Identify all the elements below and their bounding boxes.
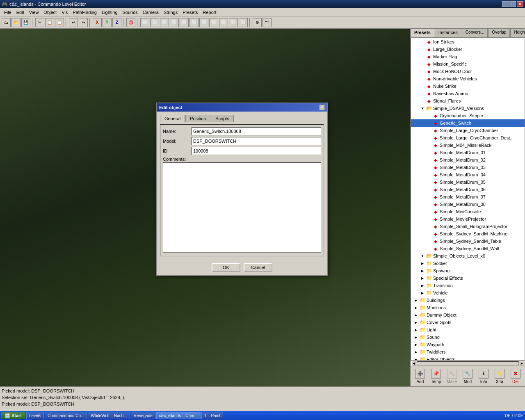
temp-button[interactable]: 📌 Temp bbox=[429, 368, 443, 385]
tb-t6[interactable]: ⬜ bbox=[189, 18, 199, 27]
tree-item[interactable]: ◆Marker Flag bbox=[411, 53, 525, 60]
comments-textarea[interactable] bbox=[163, 162, 321, 253]
close-button[interactable]: ✕ bbox=[517, 1, 523, 7]
tb-t11[interactable]: ⬜ bbox=[239, 18, 248, 27]
make-button[interactable]: 🔨 Make bbox=[445, 368, 459, 385]
tab-heightfield[interactable]: Height... bbox=[510, 29, 525, 37]
tree-item[interactable]: ◆Mission_Specific bbox=[411, 60, 525, 68]
menu-strings[interactable]: Strings bbox=[161, 9, 180, 16]
tab-instances[interactable]: Instances bbox=[435, 29, 461, 37]
menu-lighting[interactable]: Lighting bbox=[99, 9, 120, 16]
tree-item[interactable]: ◆Signal_Flares bbox=[411, 97, 525, 105]
tb-paste[interactable]: 📋 bbox=[55, 18, 64, 27]
tb-cursor[interactable]: T† bbox=[262, 18, 272, 27]
tree-item[interactable]: ▶📁Cover Spots bbox=[411, 319, 525, 326]
tb-new[interactable]: 🗂 bbox=[2, 18, 11, 27]
tree-item[interactable]: ◆Simple_MiniConsole bbox=[411, 208, 525, 215]
tree-item[interactable]: ▶📁Light bbox=[411, 326, 525, 333]
viewport[interactable]: Edit object ✕ General Position Scripts N… bbox=[0, 29, 410, 386]
tb-save[interactable]: 💾 bbox=[21, 18, 30, 27]
tree-item[interactable]: ◆Simple_Small_HologramProjector bbox=[411, 223, 525, 230]
tb-t9[interactable]: ⬜ bbox=[219, 18, 228, 27]
maximize-button[interactable]: □ bbox=[509, 1, 516, 7]
taskbar-cncislands[interactable]: c&c_islands – Com... bbox=[156, 412, 201, 419]
mod-button[interactable]: 🔧 Mod bbox=[460, 368, 475, 385]
tree-scroll-right[interactable]: ► bbox=[520, 361, 524, 366]
tree-item[interactable]: ▶📁Sound bbox=[411, 333, 525, 341]
tree-item[interactable]: ▶📁Buildings bbox=[411, 297, 525, 304]
tree-item[interactable]: ▶📁Editor Objects bbox=[411, 356, 525, 360]
dialog-tab-position[interactable]: Position bbox=[185, 115, 210, 122]
tree-item[interactable]: ▶📁Transition bbox=[411, 282, 525, 289]
tb-copy[interactable]: 📋 bbox=[45, 18, 54, 27]
menu-edit[interactable]: Edit bbox=[14, 9, 27, 16]
tree-item[interactable]: ◆Generic_Switch bbox=[411, 119, 525, 127]
tree-item[interactable]: ◆Simple_MetalDrum_03 bbox=[411, 164, 525, 171]
start-button[interactable]: 🪟 Start bbox=[1, 412, 25, 419]
id-input[interactable] bbox=[192, 147, 321, 155]
taskbar-commando[interactable]: Command and Co... bbox=[45, 412, 87, 419]
tb-undo[interactable]: ↩ bbox=[69, 18, 78, 27]
tb-x[interactable]: X bbox=[93, 18, 102, 27]
tree-area[interactable]: ◆Ion Strikes◆Large_Blocker◆Marker Flag◆M… bbox=[411, 38, 525, 360]
info-button[interactable]: ℹ Info bbox=[476, 368, 491, 385]
tree-item[interactable]: ◆Non-drivable Vehicles bbox=[411, 75, 525, 82]
tb-settings[interactable]: ⚙ bbox=[253, 18, 262, 27]
dialog-tab-general[interactable]: General bbox=[160, 115, 185, 122]
tree-item[interactable]: ▶📁Waypath bbox=[411, 341, 525, 348]
taskbar-paint[interactable]: 1 – Paint bbox=[201, 412, 223, 419]
tree-item[interactable]: ◆Simple_MetalDrum_08 bbox=[411, 201, 525, 208]
model-input[interactable] bbox=[192, 137, 321, 145]
tree-item[interactable]: ◆Ion Strikes bbox=[411, 38, 525, 46]
tb-y[interactable]: Y bbox=[103, 18, 112, 27]
tree-item[interactable]: ▼📂Simple_DSAP0_Versions bbox=[411, 105, 525, 112]
tb-z[interactable]: Z bbox=[112, 18, 121, 27]
tree-scroll-left[interactable]: ◄ bbox=[411, 361, 416, 366]
taskbar-levels[interactable]: Levels bbox=[26, 412, 44, 419]
menu-pathfinding[interactable]: PathFinding bbox=[70, 9, 99, 16]
tree-item[interactable]: ◆Simple_MovieProjector bbox=[411, 215, 525, 223]
del-button[interactable]: ✖ Del bbox=[508, 368, 523, 385]
tree-item[interactable]: ◆Simple_MetalDrum_05 bbox=[411, 178, 525, 186]
dialog-close-button[interactable]: ✕ bbox=[319, 105, 325, 110]
tree-item[interactable]: ◆Simple_MetalDrum_04 bbox=[411, 171, 525, 178]
tree-item[interactable]: ◆Simple_Sydney_SandM_Table bbox=[411, 237, 525, 245]
tree-item[interactable]: ◆Simple_MetalDrum_02 bbox=[411, 156, 525, 164]
tb-t4[interactable]: ⬜ bbox=[170, 18, 179, 27]
tb-target[interactable]: 🎯 bbox=[126, 18, 135, 27]
tb-open[interactable]: 📂 bbox=[11, 18, 21, 27]
xtra-button[interactable]: ✨ Xtra bbox=[492, 368, 507, 385]
menu-report[interactable]: Report bbox=[201, 9, 219, 16]
tree-item[interactable]: ◆Simple_Large_CryoChamber bbox=[411, 127, 525, 134]
add-button[interactable]: ➕ Add bbox=[413, 368, 427, 385]
tree-item[interactable]: ▶📁Dummy Object bbox=[411, 311, 525, 319]
tb-t10[interactable]: ⬜ bbox=[229, 18, 238, 27]
taskbar-renegade[interactable]: Renegade bbox=[131, 412, 155, 419]
menu-sounds[interactable]: Sounds bbox=[120, 9, 140, 16]
tab-overlap[interactable]: Overlap bbox=[488, 29, 510, 37]
tb-t7[interactable]: ⬜ bbox=[199, 18, 208, 27]
tree-item[interactable]: ◆Nuke Strike bbox=[411, 82, 525, 90]
cancel-button[interactable]: Cancel bbox=[244, 263, 272, 272]
tb-t2[interactable]: ⬜ bbox=[150, 18, 159, 27]
name-input[interactable] bbox=[192, 127, 321, 135]
tree-item[interactable]: ▶📁Soldier bbox=[411, 260, 525, 267]
tree-item[interactable]: ◆Cryochamber_Simple bbox=[411, 112, 525, 119]
tree-item[interactable]: ◆Simple_Large_CryoChamber_Dest... bbox=[411, 134, 525, 142]
tree-item[interactable]: ◆Simple_MetalDrum_07 bbox=[411, 193, 525, 201]
tb-redo[interactable]: ↪ bbox=[79, 18, 88, 27]
tb-t1[interactable]: ⬜ bbox=[140, 18, 149, 27]
taskbar-whitewolf[interactable]: WhiteWolf – Nach... bbox=[88, 412, 130, 419]
dialog-tab-scripts[interactable]: Scripts bbox=[211, 115, 234, 122]
tree-item[interactable]: ▶📁Spawner bbox=[411, 267, 525, 274]
tree-item[interactable]: ◆Simple_Sydney_SandM_Wall bbox=[411, 245, 525, 252]
tb-t3[interactable]: ⬜ bbox=[160, 18, 169, 27]
menu-vis[interactable]: Vis bbox=[59, 9, 70, 16]
menu-presets[interactable]: Presets bbox=[180, 9, 200, 16]
menu-object[interactable]: Object bbox=[41, 9, 59, 16]
tree-item[interactable]: ◆Simple_Sydney_SandM_Machine bbox=[411, 230, 525, 237]
tree-item[interactable]: ◆Simple_M04_MissileRack bbox=[411, 142, 525, 149]
tree-item[interactable]: ▶📁Vehicle bbox=[411, 289, 525, 297]
ok-button[interactable]: OK bbox=[212, 263, 240, 272]
tree-item[interactable]: ▼📂Simple_Objects_Level_x0 bbox=[411, 252, 525, 260]
